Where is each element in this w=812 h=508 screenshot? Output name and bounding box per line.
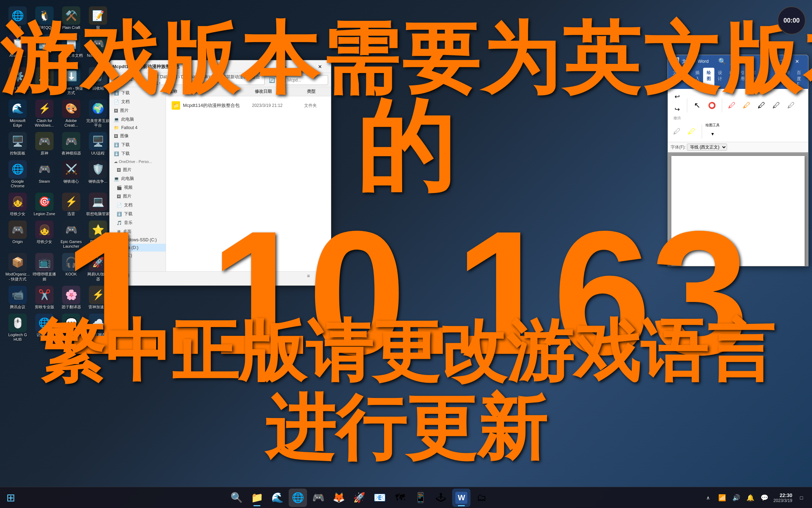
- undo-button[interactable]: ↩: [671, 90, 683, 103]
- pen-tool-4[interactable]: 🖊: [770, 99, 783, 112]
- desktop-icon-genshin[interactable]: 🎮 原神: [32, 131, 57, 157]
- desktop-icon-download2[interactable]: ⬇️ 动: [32, 33, 57, 64]
- sidebar-item-img[interactable]: 🖼图像: [110, 132, 166, 140]
- desktop-icon-new-doc[interactable]: 📄 新建文本文档: [59, 33, 84, 64]
- sidebar-item-video[interactable]: 🎬视频: [110, 183, 166, 192]
- desktop-icon-training-girl[interactable]: 👧 培铁少女: [5, 191, 30, 218]
- desktop-icon-tencentmeet[interactable]: 📹 腾讯会议: [5, 284, 30, 311]
- sidebar-item-dl2[interactable]: ⬇️下载: [110, 140, 166, 149]
- desktop-icon-fanyi[interactable]: 🌸 团子翻译器: [59, 284, 84, 311]
- taskbar-item-game[interactable]: 🕹: [432, 489, 450, 507]
- desktop-icon-tianyiyun[interactable]: ☁️ 夸克网盘: [85, 312, 111, 343]
- sidebar-item-pics[interactable]: 🖼图片: [110, 106, 166, 115]
- desktop-icon-adobe-creat[interactable]: 🎨 Adobe Creati...: [59, 98, 84, 129]
- tab-layout[interactable]: 布局: [726, 68, 737, 89]
- pen-tool-5[interactable]: 🖊: [785, 99, 798, 112]
- taskbar-item-edge[interactable]: 🌊: [268, 489, 287, 507]
- tab-review[interactable]: 审阅: [759, 68, 771, 89]
- sidebar-item-pics3[interactable]: 🖼图片: [110, 192, 166, 201]
- taskbar-item-folder[interactable]: 🗂: [473, 489, 491, 507]
- desktop-icon-xdown[interactable]: ⬇️ XDown - 快捷方式: [59, 66, 84, 97]
- desktop-icon-rockstar[interactable]: ⭐ Rockstar Games ...: [85, 219, 111, 250]
- taskbar-item-maps[interactable]: 🗺: [391, 489, 409, 507]
- desktop-icon-gongying[interactable]: 🌐 访问口碑: [32, 312, 57, 343]
- drawing-tools-expand[interactable]: ▼: [706, 128, 719, 140]
- sidebar-item-windisk[interactable]: 💾Windows-SSD (C:): [110, 236, 166, 244]
- desktop-icon-steel2[interactable]: ⚔️ 钢铁雄心: [59, 159, 84, 190]
- desktop-icon-nox-fast[interactable]: 🎮 Nox - 快捷方式: [85, 33, 111, 64]
- font-selector[interactable]: 等线 (西文正文): [687, 144, 727, 151]
- word-maximize-button[interactable]: □: [773, 56, 789, 67]
- desktop-icon-lenovo-comp[interactable]: 💻 联想电脑管家: [85, 191, 111, 218]
- taskbar-item-word[interactable]: W: [452, 489, 470, 507]
- desktop-icon-memo[interactable]: 📝 留: [85, 5, 111, 31]
- sidebar-item-download[interactable]: ⬇️下载: [110, 89, 166, 97]
- pen-tool-3[interactable]: 🖊: [755, 99, 768, 112]
- desktop-icon-epic[interactable]: 🎮 Epic Games Launcher: [59, 219, 84, 250]
- tray-expand-button[interactable]: ∧: [702, 491, 714, 504]
- tab-file[interactable]: 文件: [669, 68, 681, 89]
- select-tool-button[interactable]: ↖: [691, 99, 703, 112]
- sidebar-section-onedrive[interactable]: ☁ OneDrive - Perso...: [110, 158, 166, 165]
- tab-more[interactable]: ···: [805, 68, 808, 89]
- close-button[interactable]: ✕: [312, 61, 328, 72]
- back-button[interactable]: ←: [112, 75, 124, 85]
- desktop-icon-gold-mountain[interactable]: 🏔️ 启动金山宝元: [32, 66, 57, 97]
- pen-tool-1[interactable]: 🖊: [726, 99, 738, 112]
- forward-button[interactable]: →: [125, 75, 136, 85]
- sidebar-item-pc2[interactable]: 💻此电脑: [110, 174, 166, 183]
- desktop-icon-arianote[interactable]: 📋 AriaNot...: [5, 33, 30, 64]
- refresh-button[interactable]: 🔄: [266, 75, 277, 85]
- sidebar-item-music[interactable]: 🎵音乐: [110, 218, 166, 227]
- desktop-icon-net[interactable]: 🌐 网络: [5, 5, 30, 31]
- taskbar-item-chrome[interactable]: 🌐: [289, 489, 307, 507]
- table-row[interactable]: 📁 Mcpdt114的动漫种族整合包 2023/3/19 21:12 文件夹: [169, 99, 328, 112]
- search-input[interactable]: [279, 75, 328, 85]
- pen-tool-6[interactable]: 🖊: [671, 125, 683, 138]
- desktop-icon-panel[interactable]: 🖥️ 控制面板: [5, 131, 30, 157]
- desktop-icon-clash-win[interactable]: ⚡ Clash for Windows...: [32, 98, 57, 129]
- tab-design[interactable]: 设计: [714, 68, 726, 89]
- sidebar-item-dl4[interactable]: ⬇️下载: [110, 210, 166, 218]
- desktop-icon-train-girl2[interactable]: 👧 培铁少女: [32, 219, 57, 250]
- up-button[interactable]: ↑: [138, 75, 149, 85]
- notification-icon[interactable]: 💬: [758, 491, 771, 504]
- taskbar-item-phone[interactable]: 📱: [411, 489, 430, 507]
- tab-draw[interactable]: 绘图: [703, 68, 714, 89]
- desktop-icon-kook[interactable]: 🎧 KOOK: [59, 252, 84, 283]
- desktop-icon-origin[interactable]: 🎮 Origin: [5, 219, 30, 250]
- tab-insert[interactable]: 插入: [692, 68, 703, 89]
- word-edit-button[interactable]: ✏️: [739, 58, 747, 65]
- desktop-icon-plain-craft[interactable]: ⚒️ Plain Craft: [59, 5, 84, 31]
- lasso-tool-button[interactable]: ⭕: [706, 99, 718, 112]
- tab-baidu[interactable]: 百度F: [793, 68, 805, 89]
- sidebar-item-docs2[interactable]: 📄文档: [110, 201, 166, 210]
- sidebar-item-desktop[interactable]: 🖥桌面: [110, 227, 166, 236]
- sidebar-item-e[interactable]: 💾E (E:): [110, 252, 166, 259]
- desktop-icon-legion-zone[interactable]: 🎯 Legion Zone: [32, 191, 57, 218]
- start-button[interactable]: ⊞: [0, 487, 21, 508]
- desktop-icon-thunder[interactable]: ⚡ 迅雷: [59, 191, 84, 218]
- notification-center-button[interactable]: □: [795, 491, 808, 504]
- sidebar-item-pc[interactable]: 💻此电脑: [110, 115, 166, 124]
- word-minimize-button[interactable]: ─: [757, 56, 773, 67]
- taskbar-item-files[interactable]: 📁: [248, 489, 266, 507]
- sidebar-item-pics2[interactable]: 🖼图片: [110, 165, 166, 174]
- battery-icon[interactable]: 🔔: [744, 491, 757, 504]
- highlighter-tool[interactable]: 🖊: [685, 125, 698, 138]
- minimize-button[interactable]: ─: [277, 61, 293, 72]
- desktop-icon-wangyiuu[interactable]: 🚀 网易UU加速器: [85, 252, 111, 283]
- desktop-icon-nox2[interactable]: 🎮 夜神模拟器: [59, 131, 84, 157]
- desktop-icon-jianying[interactable]: ✂️ 剪映专业版: [32, 284, 57, 311]
- desktop-icon-steel-war[interactable]: 🛡️ 钢铁战争...: [85, 159, 111, 190]
- desktop-icon-cheat-engine[interactable]: ⚙️ Cheat Engine: [5, 66, 30, 97]
- tab-ref[interactable]: 引用: [737, 68, 748, 89]
- desktop-icon-wechat[interactable]: 💬 微信: [59, 312, 84, 343]
- desktop-icon-wan-world[interactable]: 🌍 完美世界互娱平台: [85, 98, 111, 129]
- desktop-icon-modorg[interactable]: 📦 ModOrganiz... - 快捷方式: [5, 252, 30, 283]
- desktop-icon-thunder-acc[interactable]: ⚡ 雷神加速器: [85, 284, 111, 311]
- sidebar-item-docs[interactable]: 📄文档: [110, 97, 166, 106]
- tab-view[interactable]: 视图: [771, 68, 782, 89]
- tab-mail[interactable]: 邮件: [748, 68, 759, 89]
- desktop-icon-qq[interactable]: 🐧 即时QQ: [32, 5, 57, 31]
